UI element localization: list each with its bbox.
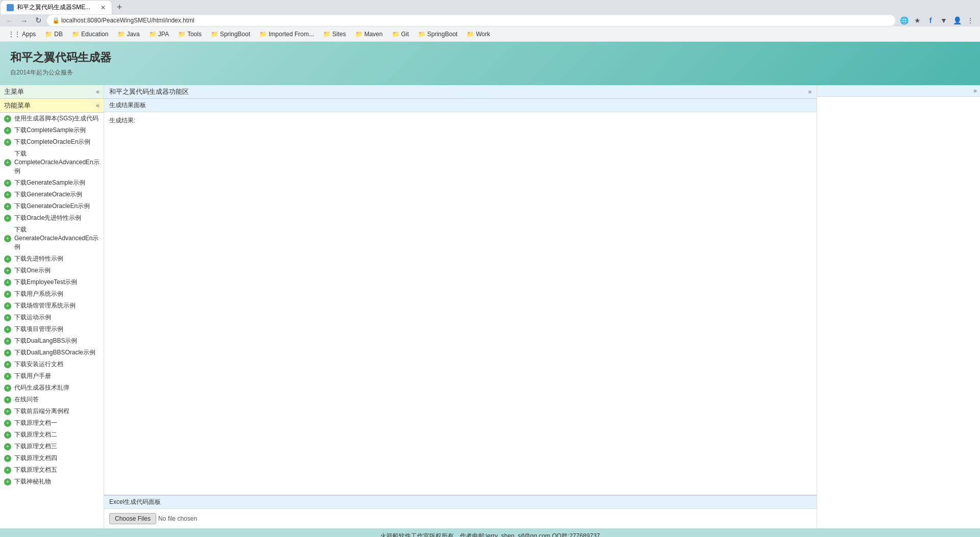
folder-imported-icon: 📁 bbox=[259, 31, 267, 38]
new-tab-button[interactable]: + bbox=[112, 0, 127, 14]
sidebar-main-collapse-button[interactable]: « bbox=[96, 88, 100, 95]
bookmark-springboot1-label: SpringBoot bbox=[220, 31, 250, 38]
sidebar-item-8[interactable]: 下载GenerateOracleAdvancedEn示例 bbox=[0, 224, 104, 253]
bookmark-java[interactable]: 📁 Java bbox=[113, 29, 143, 39]
sidebar-item-label-25: 下载原理文档三 bbox=[14, 442, 57, 451]
folder-git-icon: 📁 bbox=[392, 31, 400, 38]
sidebar-item-17[interactable]: 下载DualLangBBSOracle示例 bbox=[0, 347, 104, 359]
sidebar-item-icon-17 bbox=[4, 349, 11, 356]
sidebar-item-3[interactable]: 下载CompleteOracleAdvancedEn示例 bbox=[0, 148, 104, 177]
sidebar-sub-collapse-button[interactable]: « bbox=[96, 102, 100, 109]
filter-icon[interactable]: ▼ bbox=[938, 15, 949, 26]
bookmark-sites[interactable]: 📁 Sites bbox=[319, 29, 350, 39]
main-layout: 主菜单 « 功能菜单 « 使用生成器脚本(SGS)生成代码 下载Complete… bbox=[0, 85, 980, 528]
sidebar-item-12[interactable]: 下载用户系统示例 bbox=[0, 288, 104, 300]
sidebar-item-icon-8 bbox=[4, 235, 11, 242]
sidebar-item-icon-24 bbox=[4, 431, 11, 439]
sidebar-item-icon-21 bbox=[4, 396, 11, 403]
page-subtitle: 自2014年起为公众服务 bbox=[10, 68, 970, 77]
bookmark-git[interactable]: 📁 Git bbox=[388, 29, 413, 39]
sidebar-item-icon-12 bbox=[4, 291, 11, 298]
bookmark-jpa[interactable]: 📁 JPA bbox=[145, 29, 173, 39]
bookmark-work-label: Work bbox=[476, 31, 490, 38]
sidebar-item-16[interactable]: 下载DualLangBBS示例 bbox=[0, 335, 104, 347]
sidebar-item-21[interactable]: 在线问答 bbox=[0, 394, 104, 405]
sidebar-item-22[interactable]: 下载前后端分离例程 bbox=[0, 405, 104, 417]
profile-icon[interactable]: 👤 bbox=[951, 15, 963, 26]
bookmark-imported-label: Imported From... bbox=[268, 31, 314, 38]
sidebar-item-14[interactable]: 下载运动示例 bbox=[0, 312, 104, 323]
translate-icon[interactable]: 🌐 bbox=[898, 15, 910, 26]
sidebar-item-icon-19 bbox=[4, 373, 11, 380]
sidebar-main-menu-header: 主菜单 « bbox=[0, 85, 104, 99]
bookmark-tools[interactable]: 📁 Tools bbox=[174, 29, 206, 39]
tab-favicon bbox=[7, 4, 14, 11]
sidebar-item-label-10: 下载One示例 bbox=[14, 266, 51, 275]
sidebar-item-9[interactable]: 下载先进特性示例 bbox=[0, 253, 104, 265]
sidebar-item-icon-4 bbox=[4, 180, 11, 187]
sidebar-item-10[interactable]: 下载One示例 bbox=[0, 265, 104, 276]
sidebar-item-27[interactable]: 下载原理文档五 bbox=[0, 464, 104, 476]
tab-title: 和平之翼代码生成器SME... bbox=[17, 3, 90, 12]
bookmark-springboot1[interactable]: 📁 SpringBoot bbox=[207, 29, 254, 39]
tab-close-button[interactable]: ✕ bbox=[101, 4, 106, 11]
sidebar-item-25[interactable]: 下载原理文档三 bbox=[0, 441, 104, 452]
sidebar-item-28[interactable]: 下载神秘礼物 bbox=[0, 476, 104, 488]
choose-files-button[interactable]: Choose Files bbox=[109, 513, 156, 524]
folder-tools-icon: 📁 bbox=[178, 31, 186, 38]
bookmark-db[interactable]: 📁 DB bbox=[41, 29, 67, 39]
sidebar-item-4[interactable]: 下载GenerateSample示例 bbox=[0, 177, 104, 189]
sidebar-item-label-20: 代码生成器技术乱弹 bbox=[14, 383, 69, 392]
bookmark-education[interactable]: 📁 Education bbox=[68, 29, 112, 39]
address-bar: ← → ↻ 🔒 localhost:8080/PeaceWingSMEU/htm… bbox=[0, 14, 980, 27]
bookmark-imported[interactable]: 📁 Imported From... bbox=[255, 29, 318, 39]
forward-button[interactable]: → bbox=[18, 15, 30, 26]
sidebar-item-13[interactable]: 下载场馆管理系统示例 bbox=[0, 300, 104, 312]
sidebar-item-20[interactable]: 代码生成器技术乱弹 bbox=[0, 382, 104, 394]
sidebar-item-24[interactable]: 下载原理文档二 bbox=[0, 429, 104, 441]
sidebar-item-label-6: 下载GenerateOracleEn示例 bbox=[14, 202, 90, 211]
sidebar-item-0[interactable]: 使用生成器脚本(SGS)生成代码 bbox=[0, 113, 104, 124]
sidebar-item-5[interactable]: 下载GenerateOracle示例 bbox=[0, 189, 104, 200]
sidebar-items-list: 使用生成器脚本(SGS)生成代码 下载CompleteSample示例 下载Co… bbox=[0, 113, 104, 528]
sidebar-item-15[interactable]: 下载项目管理示例 bbox=[0, 323, 104, 335]
bookmark-icon[interactable]: ★ bbox=[912, 15, 923, 26]
sidebar-item-label-22: 下载前后端分离例程 bbox=[14, 407, 69, 416]
sidebar-item-6[interactable]: 下载GenerateOracleEn示例 bbox=[0, 200, 104, 212]
sidebar-item-11[interactable]: 下载EmployeeTest示例 bbox=[0, 276, 104, 288]
sidebar-item-label-4: 下载GenerateSample示例 bbox=[14, 178, 85, 187]
sidebar-item-26[interactable]: 下载原理文档四 bbox=[0, 452, 104, 464]
sidebar-item-label-21: 在线问答 bbox=[14, 395, 39, 404]
sidebar-item-icon-3 bbox=[4, 159, 11, 166]
right-panel-collapse-button[interactable]: » bbox=[973, 87, 977, 94]
bookmark-springboot2[interactable]: 📁 SpringBoot bbox=[414, 29, 461, 39]
facebook-icon[interactable]: f bbox=[925, 15, 936, 26]
sidebar-item-18[interactable]: 下载安装运行文档 bbox=[0, 359, 104, 370]
sidebar-item-7[interactable]: 下载Oracle先进特性示例 bbox=[0, 212, 104, 224]
sidebar-item-1[interactable]: 下载CompleteSample示例 bbox=[0, 124, 104, 136]
sidebar-item-icon-26 bbox=[4, 455, 11, 462]
url-bar[interactable]: 🔒 localhost:8080/PeaceWingSMEU/html/inde… bbox=[47, 15, 895, 26]
sidebar-item-label-1: 下载CompleteSample示例 bbox=[14, 126, 86, 135]
footer-text: 火箭船软件工作室版权所有。作者电邮:jerry_shen_sjf@qq.com … bbox=[380, 532, 600, 537]
reload-button[interactable]: ↻ bbox=[33, 15, 44, 26]
bookmark-apps[interactable]: ⋮⋮ Apps bbox=[4, 29, 40, 39]
sidebar-item-label-27: 下载原理文档五 bbox=[14, 466, 57, 474]
bookmark-maven[interactable]: 📁 Maven bbox=[351, 29, 387, 39]
menu-icon[interactable]: ⋮ bbox=[965, 15, 976, 26]
sidebar-item-icon-20 bbox=[4, 385, 11, 392]
content-header-collapse-button[interactable]: » bbox=[808, 88, 812, 95]
active-tab[interactable]: 和平之翼代码生成器SME... ✕ bbox=[0, 0, 112, 14]
back-button[interactable]: ← bbox=[4, 15, 15, 26]
sidebar-item-19[interactable]: 下载用户手册 bbox=[0, 370, 104, 382]
bookmark-work[interactable]: 📁 Work bbox=[462, 29, 494, 39]
sidebar-item-icon-28 bbox=[4, 478, 11, 485]
sidebar-item-label-3: 下载CompleteOracleAdvancedEn示例 bbox=[14, 149, 100, 175]
sidebar-item-23[interactable]: 下载原理文档一 bbox=[0, 417, 104, 429]
excel-panel: Excel生成代码面板 Choose Files No file chosen bbox=[104, 495, 817, 528]
sidebar-item-icon-5 bbox=[4, 191, 11, 198]
sidebar-item-icon-13 bbox=[4, 302, 11, 310]
sidebar-item-2[interactable]: 下载CompleteOracleEn示例 bbox=[0, 136, 104, 148]
bookmarks-bar: ⋮⋮ Apps 📁 DB 📁 Education 📁 Java 📁 JPA 📁 … bbox=[0, 27, 980, 42]
bookmark-tools-label: Tools bbox=[187, 31, 202, 38]
